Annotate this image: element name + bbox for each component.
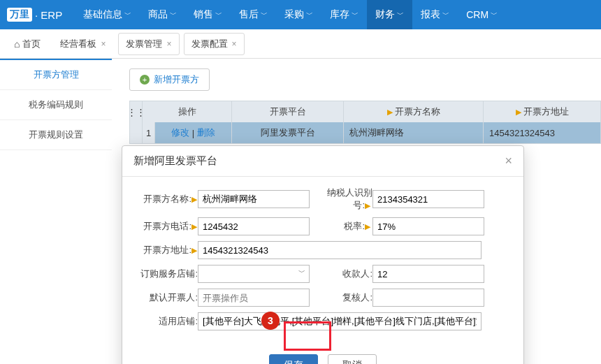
arrow-right-icon: ▶ [191,222,197,231]
col-operation: 操作 [143,101,232,122]
close-icon[interactable]: × [505,154,512,168]
label-reviewer: 复核人: [310,291,372,304]
reviewer-field[interactable] [372,289,484,307]
sidenav-invoice-rules[interactable]: 开票规则设置 [0,120,112,150]
label-name: 开票方名称:▶ [136,193,198,205]
edit-link[interactable]: 修改 [171,126,189,139]
phone-field[interactable] [198,217,310,235]
payee-field[interactable] [372,265,484,283]
label-issuer: 默认开票人: [136,291,198,304]
annotation-step-badge: 3 [261,312,280,330]
sidenav-issuer-manage[interactable]: 开票方管理 [0,59,112,90]
table-header: ⋮⋮ 操作 开票平台 ▶开票方名称 ▶开票方地址 [130,101,600,122]
col-name: ▶开票方名称 [344,101,484,122]
delete-link[interactable]: 删除 [197,126,215,139]
nav-product[interactable]: 商品﹀ [140,0,185,29]
shop-select[interactable] [198,265,310,283]
chevron-down-icon: ﹀ [215,10,222,20]
col-drag: ⋮⋮ [130,101,143,122]
applicable-select[interactable] [198,312,481,330]
label-rate: 税率:▶ [310,220,372,233]
label-shop: 订购服务店铺: [136,268,198,280]
add-issuer-button[interactable]: + 新增开票方 [129,68,210,91]
top-nav: 万里 · ERP 基础信息﹀ 商品﹀ 销售﹀ 售后﹀ 采购﹀ 库存﹀ 财务﹀ 报… [0,0,601,29]
close-icon[interactable]: × [166,39,171,49]
nav-finance[interactable]: 财务﹀ [367,0,412,29]
rate-field[interactable] [372,217,484,235]
nav-aftersales[interactable]: 售后﹀ [231,0,276,29]
home-icon: ⌂ [14,38,20,50]
content: + 新增开票方 ⋮⋮ 操作 开票平台 ▶开票方名称 ▶开票方地址 1 修改 | … [112,59,601,150]
addr-field[interactable] [198,241,481,259]
issuer-table: ⋮⋮ 操作 开票平台 ▶开票方名称 ▶开票方地址 1 修改 | 删除 阿里发票平… [129,101,601,144]
tab-home[interactable]: ⌂ 首页 [7,34,48,54]
chevron-down-icon: ﹀ [397,10,404,20]
chevron-down-icon: ﹀ [170,10,177,20]
label-addr: 开票方地址:▶ [136,244,198,256]
brand-logo: 万里 [7,8,32,22]
tab-dashboard[interactable]: 经营看板× [52,32,114,56]
chevron-down-icon: ﹀ [306,10,313,20]
brand-suffix: · ERP [35,9,62,21]
modal-title: 新增阿里发票平台 [133,154,217,168]
nav-purchase[interactable]: 采购﹀ [276,0,321,29]
modal-footer: 保存 取消 [122,342,523,364]
tab-bar: ⌂ 首页 经营看板× 发票管理× 发票配置× [0,29,601,59]
row-addr: 1454321324543 [484,122,600,143]
chevron-down-icon: ﹀ [352,10,359,20]
nav-report[interactable]: 报表﹀ [412,0,458,29]
brand: 万里 · ERP [7,8,75,22]
arrow-right-icon: ▶ [191,195,197,203]
arrow-right-icon: ▶ [387,108,393,117]
chevron-down-icon: ﹀ [261,10,268,20]
nav-crm[interactable]: CRM﹀ [458,0,506,29]
arrow-right-icon: ▶ [516,108,521,117]
row-op: 修改 | 删除 [155,122,232,143]
label-applicable: 适用店铺: [136,315,198,328]
arrow-right-icon: ▶ [365,201,370,210]
nav-sales[interactable]: 销售﹀ [185,0,231,29]
label-phone: 开票方电话:▶ [136,220,198,233]
arrow-right-icon: ▶ [365,222,370,231]
plus-icon: + [140,75,150,85]
nav-inventory[interactable]: 库存﹀ [321,0,367,29]
row-index: 1 [143,122,155,143]
save-button[interactable]: 保存 [269,354,318,364]
row-index-drag [130,122,143,143]
side-nav: 开票方管理 税务编码规则 开票规则设置 [0,59,112,150]
issuer-field[interactable] [198,289,310,307]
close-icon[interactable]: × [232,39,237,49]
tab-invoice-config[interactable]: 发票配置× [184,33,245,55]
nav-basic-info[interactable]: 基础信息﹀ [75,0,140,29]
add-issuer-modal: 新增阿里发票平台 × 开票方名称:▶ 纳税人识别号:▶ 开票方电话:▶ 税率:▶… [122,145,524,364]
col-addr: ▶开票方地址 [484,101,600,122]
table-row[interactable]: 1 修改 | 删除 阿里发票平台 杭州湖畔网络 1454321324543 [130,122,600,143]
chevron-down-icon: ﹀ [491,10,498,20]
cancel-button[interactable]: 取消 [328,354,377,364]
tab-invoice-manage[interactable]: 发票管理× [118,33,179,55]
main: 开票方管理 税务编码规则 开票规则设置 + 新增开票方 ⋮⋮ 操作 开票平台 ▶… [0,59,601,150]
label-payee: 收款人: [310,268,372,280]
label-taxid: 纳税人识别号:▶ [310,187,372,212]
top-nav-items: 基础信息﹀ 商品﹀ 销售﹀ 售后﹀ 采购﹀ 库存﹀ 财务﹀ 报表﹀ CRM﹀ [75,0,506,29]
row-name: 杭州湖畔网络 [344,122,484,143]
chevron-down-icon: ﹀ [442,10,449,20]
taxid-field[interactable] [372,190,484,208]
modal-body: 开票方名称:▶ 纳税人识别号:▶ 开票方电话:▶ 税率:▶ 开票方地址:▶ 订购… [122,177,523,342]
close-icon[interactable]: × [101,39,106,49]
sidenav-tax-code-rules[interactable]: 税务编码规则 [0,90,112,120]
chevron-down-icon: ﹀ [124,10,131,20]
modal-header: 新增阿里发票平台 × [122,146,523,177]
name-field[interactable] [198,190,310,208]
col-platform: 开票平台 [232,101,344,122]
row-platform: 阿里发票平台 [232,122,344,143]
arrow-right-icon: ▶ [191,246,197,254]
